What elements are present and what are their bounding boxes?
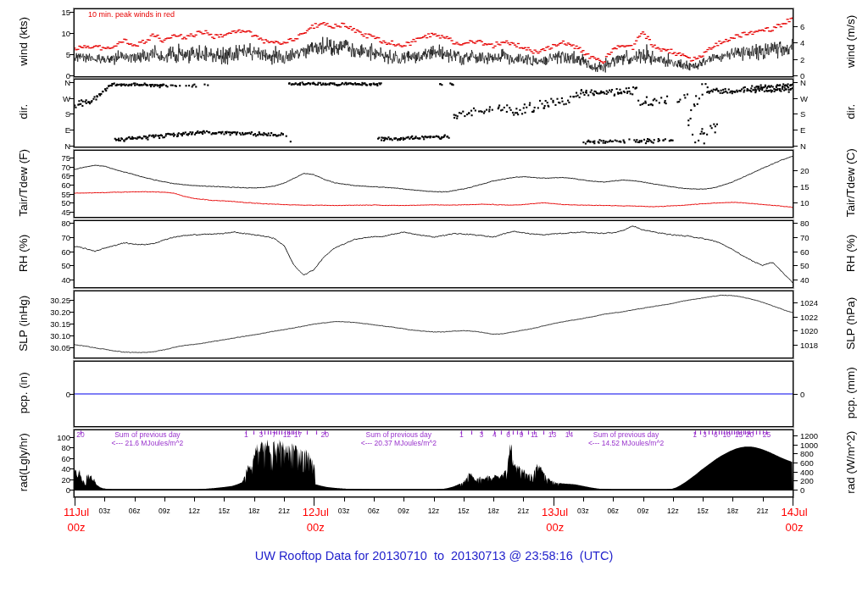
ytick-left-tair: 65 xyxy=(0,172,70,180)
rad-sum-annotation-line1: Sum of previous day xyxy=(563,431,690,439)
ytick-right-slp: 1024 xyxy=(800,299,818,308)
ytick-left-slp: 30.10 xyxy=(0,332,70,341)
ytick-right-rad: 400 xyxy=(800,468,814,477)
ytick-right-dir: N xyxy=(800,142,806,151)
ytick-left-rh: 70 xyxy=(0,234,70,242)
ytick-left-slp: 30.15 xyxy=(0,320,70,329)
ytick-left-slp: 30.05 xyxy=(0,344,70,352)
ytick-left-rh: 60 xyxy=(0,248,70,257)
ytick-right-wind: 4 xyxy=(800,39,804,47)
ytick-left-rad: 100 xyxy=(0,434,70,442)
ytick-right-tair: 10 xyxy=(800,199,810,208)
ytick-left-dir: N xyxy=(0,142,70,151)
ytick-right-rh: 80 xyxy=(800,219,810,228)
xtick-day-time-label: 00z xyxy=(42,522,110,534)
ytick-left-dir: E xyxy=(0,126,70,135)
ytick-right-tair: 15 xyxy=(800,183,810,191)
ytick-left-slp: 30.25 xyxy=(0,296,70,305)
ytick-right-rh: 60 xyxy=(800,248,810,257)
rad-cum-mj-tick-label: 25 xyxy=(755,431,777,439)
ytick-right-rh: 50 xyxy=(800,262,810,270)
ytick-left-dir: N xyxy=(0,79,70,87)
ytick-right-dir: N xyxy=(800,79,806,87)
ytick-left-rad: 0 xyxy=(0,486,70,495)
ytick-right-rh: 70 xyxy=(800,234,810,242)
rad-sum-annotation-line2: <--- 14.52 MJoules/m^2 xyxy=(559,440,694,447)
ytick-right-rad: 800 xyxy=(800,450,814,458)
rad-sum-annotation-line2: <--- 21.6 MJoules/m^2 xyxy=(80,440,215,447)
rad-cum-mj-tick-label: 17 xyxy=(287,431,309,439)
ytick-left-rh: 50 xyxy=(0,262,70,270)
ytick-left-wind: 15 xyxy=(0,8,70,17)
xtick-day-label: 12Jul xyxy=(281,507,349,518)
ytick-left-tair: 50 xyxy=(0,199,70,208)
chart-canvas xyxy=(0,0,868,593)
ytick-right-rad: 0 xyxy=(800,486,804,495)
ytick-right-slp: 1022 xyxy=(800,313,818,322)
ytick-right-pcp: 0 xyxy=(800,391,804,399)
peak-wind-legend-note: 10 min. peak winds in red xyxy=(88,10,175,19)
ytick-left-tair: 45 xyxy=(0,208,70,217)
xtick-day-label: 13Jul xyxy=(521,507,589,518)
ytick-right-slp: 1018 xyxy=(800,341,818,350)
ytick-left-dir: S xyxy=(0,110,70,119)
ytick-left-rh: 40 xyxy=(0,276,70,285)
ytick-left-tair: 70 xyxy=(0,163,70,172)
ytick-right-slp: 1020 xyxy=(800,327,818,335)
ytick-right-wind: 2 xyxy=(800,56,804,64)
weather-multipanel-figure: wind (kts) dir. Tair/Tdew (F) RH (%) SLP… xyxy=(0,0,868,593)
ytick-left-rad: 60 xyxy=(0,455,70,463)
ytick-right-wind: 6 xyxy=(800,23,804,31)
ytick-right-tair: 20 xyxy=(800,167,810,175)
ytick-left-rad: 80 xyxy=(0,444,70,452)
ytick-left-pcp: 0 xyxy=(0,391,70,399)
ytick-left-rad: 40 xyxy=(0,465,70,474)
y-axis-title-rad-right: rad (W/m^2) xyxy=(845,395,857,530)
ytick-left-dir: W xyxy=(0,95,70,103)
ytick-right-dir: S xyxy=(800,110,805,119)
ytick-right-rad: 1200 xyxy=(800,432,818,441)
ytick-right-rad: 600 xyxy=(800,459,814,468)
page-title: UW Rooftop Data for 20130710 to 20130713… xyxy=(0,549,868,563)
ytick-right-dir: E xyxy=(800,126,805,135)
ytick-left-rad: 20 xyxy=(0,476,70,485)
rad-sum-annotation-line1: Sum of previous day xyxy=(335,431,462,439)
ytick-left-tair: 75 xyxy=(0,154,70,163)
ytick-left-wind: 5 xyxy=(0,51,70,59)
ytick-left-tair: 55 xyxy=(0,191,70,199)
xtick-day-label: 14Jul xyxy=(760,507,828,518)
xtick-day-label: 11Jul xyxy=(42,507,110,518)
ytick-right-rh: 40 xyxy=(800,276,810,285)
xtick-day-time-label: 00z xyxy=(281,522,349,534)
ytick-left-tair: 60 xyxy=(0,181,70,190)
ytick-right-rad: 1000 xyxy=(800,441,818,450)
ytick-right-dir: W xyxy=(800,95,808,103)
rad-cum-mj-tick-label: 20 xyxy=(314,431,336,439)
ytick-right-rad: 200 xyxy=(800,477,814,485)
ytick-left-slp: 30.20 xyxy=(0,308,70,317)
rad-sum-annotation-line2: <--- 20.37 MJoules/m^2 xyxy=(331,440,466,447)
rad-sum-annotation-line1: Sum of previous day xyxy=(84,431,211,439)
ytick-left-wind: 10 xyxy=(0,30,70,38)
xtick-day-time-label: 00z xyxy=(521,522,589,534)
ytick-left-rh: 80 xyxy=(0,219,70,228)
xtick-day-time-label: 00z xyxy=(760,522,828,534)
